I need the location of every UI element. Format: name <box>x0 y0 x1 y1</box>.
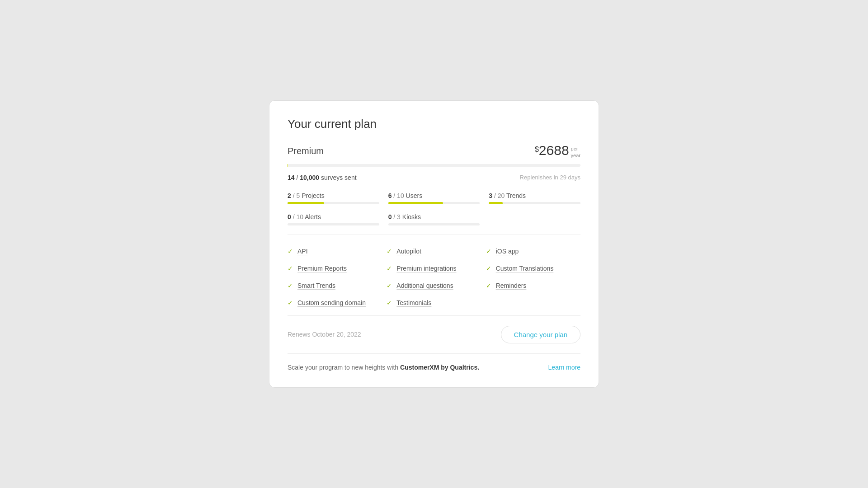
feature-item: ✓Reminders <box>486 282 580 289</box>
plan-name: Premium <box>288 146 324 156</box>
feature-item: ✓Smart Trends <box>288 282 382 289</box>
surveys-label: 14 / 10,000 surveys sent <box>288 174 357 181</box>
stat-item: 2 / 5 Projects <box>288 192 379 204</box>
stat-label: 0 / 10 Alerts <box>288 213 379 221</box>
feature-item: ✓Premium Reports <box>288 265 382 272</box>
feature-label: API <box>297 248 308 255</box>
check-icon: ✓ <box>288 265 293 272</box>
plan-header: Premium $ 2688 per year <box>288 144 580 159</box>
stat-bar <box>288 223 379 225</box>
feature-item: ✓Custom Translations <box>486 265 580 272</box>
stat-label: 2 / 5 Projects <box>288 192 379 199</box>
stat-bar-fill <box>388 202 443 204</box>
feature-item: ✓iOS app <box>486 248 580 255</box>
features-grid: ✓API✓Autopilot✓iOS app✓Premium Reports✓P… <box>288 248 580 306</box>
surveys-current: 14 <box>288 174 295 181</box>
feature-item: ✓Testimonials <box>387 299 481 306</box>
feature-label: Premium Reports <box>297 265 347 272</box>
main-usage-bar <box>288 164 580 167</box>
surveys-row: 14 / 10,000 surveys sent Replenishes in … <box>288 174 580 181</box>
check-icon: ✓ <box>387 299 392 306</box>
promo-row: Scale your program to new heights with C… <box>288 354 580 371</box>
stat-item: 3 / 20 Trends <box>489 192 580 204</box>
stat-label: 3 / 20 Trends <box>489 192 580 199</box>
check-icon: ✓ <box>387 248 392 255</box>
main-usage-bar-fill <box>288 164 288 167</box>
footer-row: Renews October 20, 2022 Change your plan <box>288 316 580 354</box>
feature-label: Reminders <box>496 282 527 289</box>
promo-brand: CustomerXM by Qualtrics. <box>400 364 479 371</box>
renews-text: Renews October 20, 2022 <box>288 331 361 338</box>
feature-item: ✓Additional questions <box>387 282 481 289</box>
check-icon: ✓ <box>288 299 293 306</box>
stat-item: 0 / 10 Alerts <box>288 213 379 225</box>
feature-label: iOS app <box>496 248 519 255</box>
feature-label: Custom Translations <box>496 265 554 272</box>
price-period: per year <box>571 145 580 159</box>
change-plan-button[interactable]: Change your plan <box>501 326 580 343</box>
feature-item: ✓Premium integrations <box>387 265 481 272</box>
check-icon: ✓ <box>387 282 392 289</box>
stat-bar <box>288 202 379 204</box>
feature-label: Smart Trends <box>297 282 335 289</box>
price-dollar: $ <box>535 145 539 154</box>
stat-bar-fill <box>489 202 502 204</box>
check-icon: ✓ <box>288 248 293 255</box>
replenishes-text: Replenishes in 29 days <box>520 174 580 181</box>
feature-item: ✓API <box>288 248 382 255</box>
check-icon: ✓ <box>486 282 491 289</box>
stat-label: 6 / 10 Users <box>388 192 480 199</box>
feature-label: Autopilot <box>396 248 421 255</box>
stat-bar-fill <box>288 202 324 204</box>
feature-item: ✓Autopilot <box>387 248 481 255</box>
check-icon: ✓ <box>486 265 491 272</box>
plan-price: $ 2688 per year <box>535 144 580 159</box>
stats-grid: 2 / 5 Projects6 / 10 Users3 / 20 Trends0… <box>288 192 580 235</box>
plan-card: Your current plan Premium $ 2688 per yea… <box>269 100 599 388</box>
stat-bar <box>388 223 480 225</box>
feature-label: Custom sending domain <box>297 299 366 306</box>
stat-item: 6 / 10 Users <box>388 192 480 204</box>
stat-label: 0 / 3 Kiosks <box>388 213 480 221</box>
feature-item-empty <box>486 299 580 306</box>
feature-label: Testimonials <box>396 299 431 306</box>
page-title: Your current plan <box>288 117 580 131</box>
promo-text-before: Scale your program to new heights with <box>288 364 400 371</box>
surveys-total: 10,000 <box>300 174 319 181</box>
feature-item: ✓Custom sending domain <box>288 299 382 306</box>
feature-label: Additional questions <box>396 282 453 289</box>
stat-bar <box>489 202 580 204</box>
check-icon: ✓ <box>486 248 491 255</box>
promo-text: Scale your program to new heights with C… <box>288 364 479 371</box>
learn-more-link[interactable]: Learn more <box>548 364 580 371</box>
check-icon: ✓ <box>288 282 293 289</box>
stat-bar <box>388 202 480 204</box>
features-section: ✓API✓Autopilot✓iOS app✓Premium Reports✓P… <box>288 239 580 316</box>
surveys-text: surveys sent <box>321 174 357 181</box>
price-amount: 2688 <box>539 144 569 157</box>
feature-label: Premium integrations <box>396 265 456 272</box>
check-icon: ✓ <box>387 265 392 272</box>
stat-item: 0 / 3 Kiosks <box>388 213 480 225</box>
